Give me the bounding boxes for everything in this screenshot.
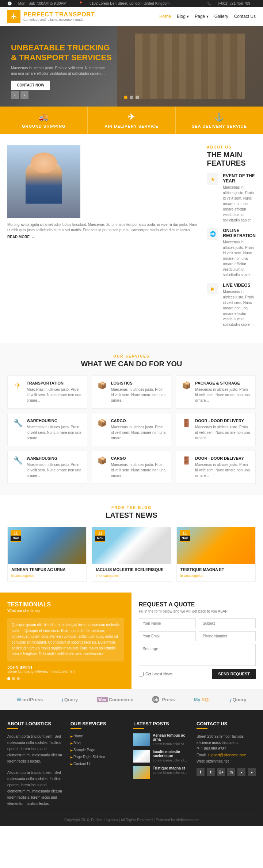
quote-message-input[interactable] — [139, 644, 256, 666]
testi-dot-3[interactable] — [17, 677, 20, 680]
service-card-logistics[interactable]: 📦 LOGISTICS Maecenas in ultrices justo. … — [92, 375, 172, 409]
social-pinterest[interactable]: ● — [237, 768, 245, 776]
nav-home[interactable]: Home — [159, 14, 171, 19]
social-linkedin[interactable]: in — [227, 768, 235, 776]
package-icon: 📦 — [181, 381, 191, 390]
service-card-package[interactable]: 📦 PACKAGE & STORAGE Maecenas in ultrices… — [176, 375, 256, 409]
read-more-link[interactable]: READ MORE → — [7, 235, 35, 239]
hours-icon: 🕐 — [7, 1, 12, 5]
services-bar: 🚚 GROUND SHIPPING ✈ AIR DELIVERY SERVICE… — [0, 107, 263, 134]
quote-newsletter-label[interactable]: Get Latest News — [139, 672, 172, 676]
footer-contact-web: Web: okthinmes.net — [197, 758, 256, 764]
card-ware1-title: WAREHOUSING — [27, 418, 82, 423]
phone-text: (+001) 321-456-789 — [218, 1, 250, 5]
plane-icon — [10, 13, 18, 20]
service-card-cargo1[interactable]: 📦 CARGO Maecenas in ultrices justo. Proi… — [92, 413, 172, 446]
main-nav: Home Blog ▾ Page ▾ Gallery Contact Us — [159, 14, 256, 19]
nav-blog[interactable]: Blog ▾ — [177, 14, 189, 19]
about-image-area: Morbi gravida ligula sit amet odio luctu… — [7, 145, 199, 332]
card-logistics-desc: Maecenas in ultrices justo. Proin id vel… — [111, 387, 166, 403]
testi-dot-1[interactable] — [7, 677, 10, 680]
social-google-plus[interactable]: G+ — [217, 768, 225, 776]
service-ground[interactable]: 🚚 GROUND SHIPPING — [0, 107, 88, 134]
service-card-cargo2[interactable]: 📦 CARGO Maecenas in ultrices justo. Proi… — [92, 451, 172, 484]
social-twitter[interactable]: t — [207, 768, 215, 776]
service-card-door1[interactable]: 🚪 DOOR - DOOR DELIVERY Maecenas in ultri… — [176, 413, 256, 446]
footer-link-home[interactable]: Home — [70, 734, 83, 738]
quote-name-input[interactable] — [139, 618, 196, 628]
service-card-warehousing2[interactable]: 🔧 WAREHOUSING Maecenas in ultrices justo… — [7, 451, 87, 484]
news-card-2[interactable]: 11 Nov IACULIS MOLESTIE SCELERISQUE in U… — [92, 527, 171, 582]
quote-newsletter-checkbox[interactable] — [139, 672, 144, 676]
card-ware1-desc: Maecenas in ultrices justo. Proin id vel… — [27, 424, 82, 441]
hero-dot-1[interactable] — [124, 96, 127, 99]
quote-phone-input[interactable] — [199, 631, 256, 641]
about-img-desc: Morbi gravida ligula sit amet odio luctu… — [7, 222, 199, 233]
hero-content: UNBEATABLE TRUCKING & TRANSPORT SERVICES… — [11, 43, 112, 90]
card-package-title: PACKAGE & STORAGE — [195, 381, 250, 385]
footer-about-title: ABOUT LOGISTICS — [7, 721, 63, 729]
feature-event-title: EVENT OF THE YEAR — [223, 173, 256, 184]
footer-grid: ABOUT LOGISTICS Aliquam porta tincidunt … — [7, 721, 256, 807]
footer-post-2[interactable]: Iaculis molestie scelerisque Lorem ipsum… — [133, 750, 189, 763]
hours-text: Mon - Sat: 7:00AM to 9:00PM — [18, 1, 66, 5]
news-title-2: IACULIS MOLESTIE SCELERISQUE — [96, 567, 167, 572]
logistics-icon: 📦 — [97, 381, 107, 390]
social-facebook[interactable]: f — [197, 768, 205, 776]
card-door1-desc: Maecenas in ultrices justo. Proin id vel… — [195, 424, 250, 441]
card-package-desc: Maecenas in ultrices justo. Proin id vel… — [195, 387, 250, 403]
hero-dot-3[interactable] — [136, 96, 139, 99]
hero-dot-2[interactable] — [130, 96, 133, 99]
social-rss[interactable]: ● — [248, 768, 256, 776]
partner-bbpress: bbPress — [152, 696, 175, 703]
news-img-1: 11 Nov — [8, 527, 86, 564]
hero-desc: Maecenas in ultrices justo. Proin id vel… — [11, 65, 106, 76]
hero-next-button[interactable]: › — [20, 91, 28, 99]
quote-email-input[interactable] — [139, 631, 196, 641]
header: PERFECT TRANSPORT Committed and reliable… — [0, 7, 263, 26]
partner-jquery-2: jQuery — [230, 697, 246, 702]
service-card-transportation[interactable]: ✈ TRANSPORTATION Maecenas in ultrices ju… — [7, 375, 87, 409]
hero-cta-button[interactable]: CONTACT NOW — [11, 81, 50, 90]
air-label: AIR DELIVERY SERVICE — [91, 124, 171, 128]
nav-gallery[interactable]: Gallery — [214, 14, 228, 19]
footer-link-sample[interactable]: Sample Page — [70, 748, 95, 752]
footer-email-link[interactable]: support@sitename.com — [208, 753, 247, 757]
door-icon-1: 🚪 — [181, 418, 191, 427]
feature-reg-desc: Maecenas in ultrices justo. Proin id vel… — [223, 239, 256, 278]
feature-event-desc: Maecenas in ultrices justo. Proin id vel… — [223, 185, 256, 223]
news-card-3[interactable]: 11 Nov TRISTIQUE MAGNA ET in Uncategorie… — [176, 527, 256, 582]
news-card-1[interactable]: 11 Nov AENEAN TEMPUS AC URNA in Uncatego… — [7, 527, 87, 582]
nav-page[interactable]: Page ▾ — [195, 14, 208, 19]
quote-subject-input[interactable] — [199, 618, 256, 628]
card-cargo1-title: CARGO — [111, 418, 166, 423]
testi-label: TESTIMONIALS — [7, 601, 124, 608]
logo: PERFECT TRANSPORT Committed and reliable… — [7, 10, 95, 23]
service-sea[interactable]: ⚓ SEA DELIVERY SERVICE — [176, 107, 263, 134]
footer-about-text1: Aliquam porta tincidunt sem. Sed malesua… — [7, 733, 63, 764]
service-air[interactable]: ✈ AIR DELIVERY SERVICE — [88, 107, 175, 134]
top-bar: 🕐 Mon - Sat: 7:00AM to 9:00PM 📍 8102 Lor… — [0, 0, 263, 7]
what-title: WHAT WE CAN DO FOR YOU — [7, 360, 256, 368]
footer-contact-phone: P: 1.893.555.6789 — [197, 746, 256, 752]
feature-registration: 🌐 ONLINE REGISTRATION Maecenas in ultric… — [207, 228, 256, 278]
partner-jquery-1: jQuery — [62, 697, 78, 702]
service-card-warehousing1[interactable]: 🔧 WAREHOUSING Maecenas in ultrices justo… — [7, 413, 87, 446]
service-card-door2[interactable]: 🚪 DOOR - DOOR DELIVERY Maecenas in ultri… — [176, 451, 256, 484]
testi-dot-2[interactable] — [12, 677, 15, 680]
feature-vid-desc: Maecenas in ultrices justo. Proin id vel… — [223, 289, 256, 327]
hero-prev-button[interactable]: ‹ — [11, 91, 19, 99]
footer-post-title-1: Aenean tempus ac urna — [153, 733, 189, 741]
news-body-3: TRISTIQUE MAGNA ET in Uncategories — [177, 564, 255, 581]
footer: ABOUT LOGISTICS Aliquam porta tincidunt … — [0, 710, 263, 826]
news-title: LATEST NEWS — [7, 511, 256, 520]
feature-vid-title: LIVE VIDEOS — [223, 283, 256, 288]
footer-link-contact[interactable]: Contact Us — [70, 762, 92, 766]
footer-link-blog[interactable]: Blog — [70, 741, 81, 745]
footer-link-page-right[interactable]: Page Right Sidebar — [70, 755, 105, 759]
footer-post-3[interactable]: Tristique magna et Lorem ipsum dolor sit… — [133, 766, 189, 779]
footer-post-1[interactable]: Aenean tempus ac urna Lorem ipsum dolor … — [133, 733, 189, 746]
nav-contact[interactable]: Contact Us — [234, 14, 256, 19]
sea-label: SEA DELIVERY SERVICE — [179, 124, 259, 128]
quote-submit-button[interactable]: SEND REQUEST — [212, 669, 256, 679]
